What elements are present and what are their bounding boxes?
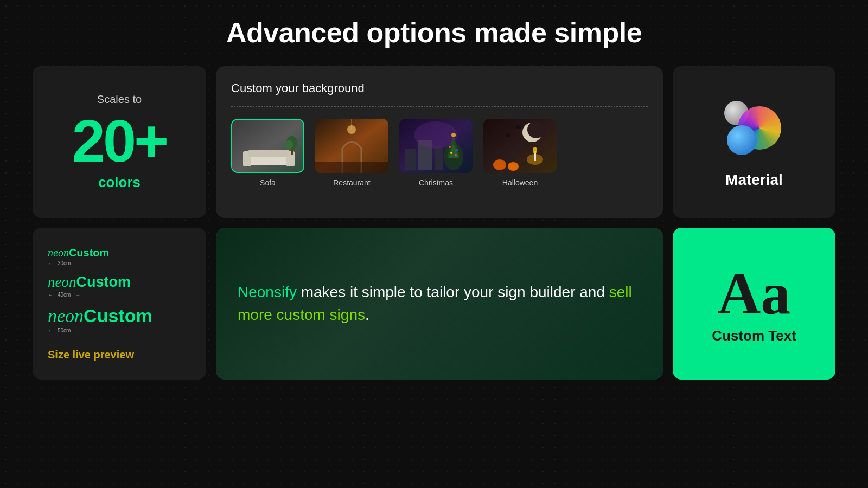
restaurant-image	[315, 119, 388, 173]
neon-text1: makes it simple to tailor your sign buil…	[297, 284, 609, 300]
christmas-image	[399, 119, 473, 173]
background-title: Custom your background	[231, 81, 648, 95]
card-background: Custom your background	[216, 66, 663, 218]
sofa-label: Sofa	[260, 178, 276, 187]
svg-rect-11	[315, 162, 388, 173]
bg-thumb-sofa[interactable]: Sofa	[231, 119, 304, 187]
svg-point-22	[449, 146, 451, 148]
neon-size-40: neonCustom ← 40cm →	[48, 274, 191, 298]
orb-blue	[727, 125, 757, 155]
svg-point-23	[456, 149, 458, 151]
neon-text-30: neonCustom	[48, 247, 109, 259]
svg-point-8	[285, 140, 293, 150]
halloween-label: Halloween	[502, 178, 538, 187]
custom-text-label: Custom Text	[712, 328, 796, 344]
neon-size-50: neonCustom ← 50cm →	[48, 305, 191, 333]
svg-rect-17	[435, 146, 443, 170]
scales-colors: colors	[98, 174, 141, 191]
bg-thumb-halloween[interactable]: Halloween	[483, 119, 557, 187]
brand-name: Neonsify	[238, 284, 297, 300]
card-custom-text: Aa Custom Text	[673, 228, 835, 380]
neon-size-30: neonCustom ← 30cm →	[48, 247, 191, 266]
feature-grid: Scales to 20+ colors Custom your backgro…	[33, 66, 835, 380]
page-title: Advanced options made simple	[226, 16, 642, 49]
neon-text-50: neonCustom	[48, 305, 152, 326]
card-material: Material	[673, 66, 835, 218]
ruler-50: ← 50cm →	[48, 328, 80, 333]
card-neon-description: Neonsify makes it simple to tailor your …	[216, 228, 663, 380]
scales-number: 20+	[72, 111, 167, 171]
svg-point-26	[414, 121, 457, 149]
neon-text2: .	[365, 306, 369, 323]
neon-description-text: Neonsify makes it simple to tailor your …	[238, 281, 641, 326]
card-scales: Scales to 20+ colors	[33, 66, 206, 218]
background-thumbnails: Sofa	[231, 119, 648, 187]
sofa-image	[231, 119, 304, 173]
christmas-label: Christmas	[419, 178, 453, 187]
svg-point-30	[493, 159, 506, 170]
bg-thumb-christmas[interactable]: Christmas	[399, 119, 473, 187]
svg-point-25	[455, 154, 457, 156]
scales-label: Scales to	[97, 93, 142, 106]
material-label: Material	[725, 171, 783, 189]
size-preview-label: Size live preview	[48, 349, 191, 361]
svg-rect-5	[248, 150, 289, 157]
bg-thumb-restaurant[interactable]: Restaurant	[315, 119, 388, 187]
svg-point-34	[533, 147, 537, 153]
halloween-image	[483, 119, 557, 173]
material-orb	[722, 95, 787, 160]
card-size: neonCustom ← 30cm → neonCustom ← 40cm	[33, 228, 206, 380]
svg-point-24	[450, 152, 452, 154]
svg-point-31	[508, 162, 519, 171]
ruler-30: ← 30cm →	[48, 260, 80, 266]
restaurant-label: Restaurant	[333, 178, 370, 187]
svg-rect-15	[405, 149, 416, 170]
svg-point-29	[527, 121, 545, 138]
neon-text-40: neonCustom	[48, 274, 131, 291]
aa-display: Aa	[718, 264, 790, 323]
ruler-40: ← 40cm →	[48, 292, 80, 298]
